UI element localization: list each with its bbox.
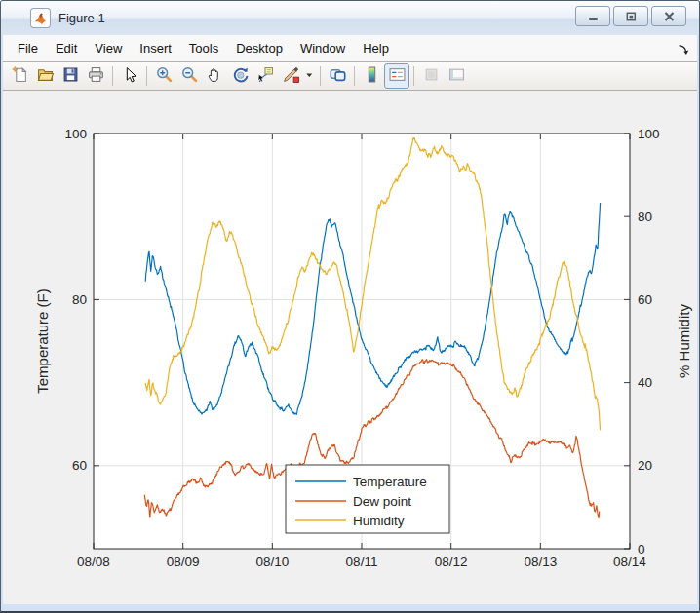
x-tick-label: 08/14 — [613, 555, 646, 569]
edit-plot-button[interactable] — [117, 63, 142, 89]
new-figure-icon — [12, 66, 28, 87]
figure-window: Figure 1 FileEditViewInsertToolsDesktopW… — [0, 0, 700, 613]
y-right-tick-label: 40 — [638, 375, 652, 390]
new-figure-button[interactable] — [7, 63, 32, 89]
minimize-button[interactable] — [575, 6, 610, 26]
toolbar — [3, 62, 697, 91]
menu-items: FileEditViewInsertToolsDesktopWindowHelp — [9, 37, 398, 59]
zoom-out-button[interactable] — [176, 63, 202, 89]
insert-legend-button[interactable] — [384, 63, 409, 89]
legend-label-dew-point: Dew point — [353, 494, 411, 509]
hide-plot-tools-icon — [423, 66, 440, 87]
menu-item-edit[interactable]: Edit — [47, 37, 86, 59]
legend-label-humidity: Humidity — [353, 514, 405, 528]
window-controls — [575, 6, 686, 26]
legend-label-temperature: Temperature — [353, 475, 427, 489]
figure-canvas: 08/0808/0908/1008/1108/1208/1308/1410080… — [3, 91, 697, 604]
title-bar[interactable]: Figure 1 — [1, 1, 699, 35]
y-right-tick-label: 80 — [638, 210, 652, 224]
edit-plot-icon — [122, 66, 138, 87]
brush-icon — [283, 66, 299, 87]
show-plot-tools-button[interactable] — [444, 63, 469, 89]
insert-colorbar-icon — [364, 66, 380, 87]
plot-svg: 08/0808/0908/1008/1108/1208/1308/1410080… — [3, 91, 699, 604]
y-left-tick-label: 60 — [72, 458, 87, 473]
show-plot-tools-icon — [448, 66, 465, 87]
legend[interactable]: TemperatureDew pointHumidity — [286, 465, 449, 533]
x-tick-label: 08/11 — [346, 555, 378, 569]
zoom-in-button[interactable] — [151, 63, 176, 89]
data-cursor-button[interactable] — [253, 63, 278, 89]
insert-colorbar-button[interactable] — [359, 63, 384, 89]
menu-item-file[interactable]: File — [9, 37, 47, 59]
y-right-tick-label: 60 — [638, 292, 652, 307]
toolbar-separator — [320, 66, 321, 86]
toolbar-separator — [112, 66, 113, 86]
brush-caret-icon — [301, 66, 318, 87]
toolbar-separator — [354, 66, 355, 86]
close-button[interactable] — [651, 6, 686, 26]
link-plot-button[interactable] — [325, 63, 350, 89]
open-file-icon — [37, 66, 54, 87]
zoom-in-icon — [156, 66, 173, 87]
toolbar-separator — [146, 66, 147, 86]
x-tick-label: 08/13 — [524, 555, 557, 569]
zoom-out-icon — [181, 66, 198, 87]
y-right-axis-label: % Humidity — [676, 304, 692, 378]
rotate-3d-icon — [232, 66, 249, 87]
insert-legend-icon — [389, 66, 406, 87]
y-right-tick-label: 20 — [638, 458, 652, 473]
menu-item-window[interactable]: Window — [292, 37, 354, 59]
rotate-3d-button[interactable] — [227, 63, 253, 89]
hide-plot-tools-button[interactable] — [418, 63, 444, 89]
menu-bar: FileEditViewInsertToolsDesktopWindowHelp — [3, 35, 697, 62]
pan-icon — [207, 66, 223, 87]
y-left-tick-label: 80 — [72, 292, 87, 307]
matlab-figure-icon[interactable] — [30, 8, 51, 28]
toolbar-separator — [413, 66, 414, 86]
y-right-tick-label: 0 — [638, 542, 645, 556]
dock-figure-arrow-icon[interactable] — [678, 42, 689, 54]
menu-item-help[interactable]: Help — [354, 37, 398, 59]
print-figure-button[interactable] — [83, 63, 108, 89]
data-cursor-icon — [257, 66, 274, 87]
menu-item-desktop[interactable]: Desktop — [227, 37, 292, 59]
link-plot-icon — [330, 66, 346, 87]
save-figure-icon — [62, 66, 79, 87]
restore-button[interactable] — [613, 6, 648, 26]
y-left-axis-label: Temperature (F) — [34, 288, 51, 394]
pan-button[interactable] — [202, 63, 227, 89]
brush-caret-button[interactable] — [303, 63, 316, 89]
x-tick-label: 08/10 — [255, 555, 289, 569]
save-figure-button[interactable] — [58, 63, 83, 89]
x-tick-label: 08/09 — [167, 555, 200, 569]
y-left-tick-label: 100 — [64, 127, 87, 141]
window-title: Figure 1 — [58, 11, 567, 25]
x-tick-label: 08/12 — [435, 555, 468, 569]
menu-item-tools[interactable]: Tools — [180, 37, 227, 59]
open-file-button[interactable] — [32, 63, 58, 89]
y-right-tick-label: 100 — [638, 127, 660, 141]
menu-item-insert[interactable]: Insert — [131, 37, 180, 59]
brush-button[interactable] — [278, 63, 303, 89]
x-tick-label: 08/08 — [77, 555, 110, 569]
menu-item-view[interactable]: View — [86, 37, 131, 59]
print-figure-icon — [88, 66, 104, 87]
